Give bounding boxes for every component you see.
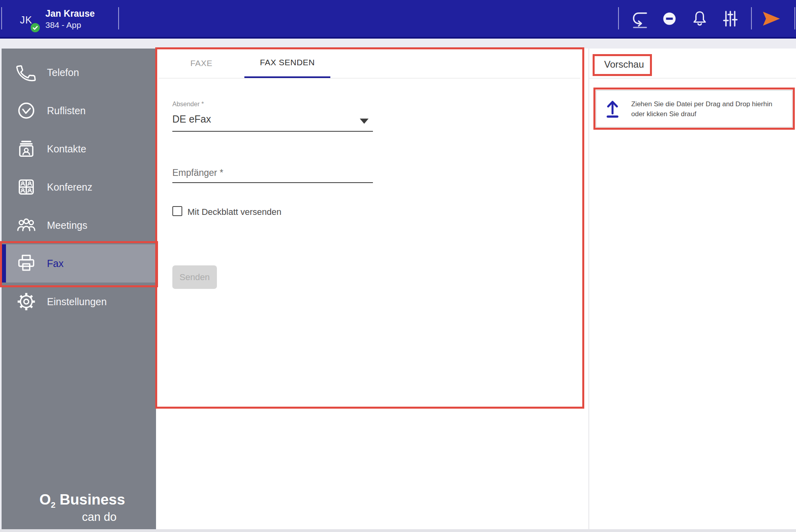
sidebar-item-label: Meetings <box>47 220 87 231</box>
upload-icon <box>605 98 620 120</box>
user-profile-chip[interactable]: JK Jan Krause 384 - App <box>16 6 115 33</box>
sender-select[interactable]: DE eFax <box>172 113 211 125</box>
logo-brand: O2 Business <box>39 491 119 510</box>
topbar-divider <box>794 7 795 29</box>
topbar-divider <box>618 7 619 29</box>
user-name: Jan Krause <box>45 8 95 19</box>
sidebar-item-label: Konferenz <box>47 181 92 193</box>
o2-business-logo: O2 Business can do <box>39 491 119 524</box>
bottom-strip <box>0 529 796 532</box>
call-history-icon <box>15 100 37 121</box>
sender-underline <box>172 131 373 132</box>
meetings-icon <box>15 215 37 236</box>
tabs-bottom-rule <box>158 78 580 78</box>
sidebar-item-label: Telefon <box>47 67 79 78</box>
chevron-down-icon[interactable] <box>360 119 369 124</box>
sidebar-item-label: Ruflisten <box>47 105 86 117</box>
settings-icon <box>15 291 37 312</box>
recipient-underline <box>172 182 373 183</box>
cover-page-checkbox[interactable] <box>172 206 182 216</box>
audio-settings-icon[interactable] <box>721 9 740 29</box>
topbar-divider <box>1 7 2 29</box>
sidebar-item-ruflisten[interactable]: Ruflisten <box>2 92 156 130</box>
cover-page-label: Mit Deckblatt versenden <box>187 207 281 217</box>
sidebar-item-meetings[interactable]: Meetings <box>2 206 156 244</box>
presence-available-icon <box>31 23 40 32</box>
topbar: JK Jan Krause 384 - App <box>0 0 796 39</box>
dropzone-text: Ziehen Sie die Datei per Drag and Drop h… <box>631 99 772 119</box>
fax-icon <box>15 253 37 274</box>
sidebar-item-telefon[interactable]: Telefon <box>2 53 156 92</box>
phone-icon <box>15 62 37 83</box>
user-extension: 384 - App <box>45 20 81 30</box>
recipient-field[interactable]: Empfänger * <box>172 168 223 178</box>
tab-faxe[interactable]: FAXE <box>158 49 244 78</box>
sidebar-item-konferenz[interactable]: Konferenz <box>2 168 156 206</box>
topbar-divider <box>751 7 752 29</box>
notifications-icon[interactable] <box>690 9 709 29</box>
sender-label: Absender * <box>172 101 204 108</box>
conference-icon <box>15 177 37 197</box>
send-fax-button[interactable]: Senden <box>172 265 217 289</box>
sidebar-item-fax[interactable]: Fax <box>2 244 156 283</box>
logo-tagline: can do <box>39 511 119 524</box>
sidebar-item-label: Fax <box>47 258 64 269</box>
topbar-divider <box>118 7 119 29</box>
fax-tabs: FAXE FAX SENDEN <box>158 49 330 78</box>
send-icon[interactable] <box>762 9 781 29</box>
file-dropzone[interactable]: Ziehen Sie die Datei per Drag and Drop h… <box>596 90 792 127</box>
panel-divider <box>589 49 589 529</box>
preview-title: Vorschau <box>604 59 644 70</box>
sidebar-item-label: Kontakte <box>47 143 86 155</box>
tab-fax-senden[interactable]: FAX SENDEN <box>244 49 330 78</box>
contacts-icon <box>15 138 37 159</box>
sidebar-nav: Telefon Ruflisten <box>2 49 156 529</box>
sidebar-item-label: Einstellungen <box>47 296 107 308</box>
app-window: JK Jan Krause 384 - App <box>0 0 796 532</box>
preview-header-rule <box>589 78 796 78</box>
call-pull-icon[interactable] <box>630 9 650 29</box>
sidebar-item-einstellungen[interactable]: Einstellungen <box>2 283 156 321</box>
do-not-disturb-icon[interactable] <box>660 9 679 29</box>
sidebar-item-kontakte[interactable]: Kontakte <box>2 130 156 168</box>
fax-panel: FAXE FAX SENDEN Absender * DE eFax Empfä… <box>156 49 589 529</box>
preview-panel: Vorschau Ziehen Sie die Datei per Drag a… <box>589 49 796 529</box>
